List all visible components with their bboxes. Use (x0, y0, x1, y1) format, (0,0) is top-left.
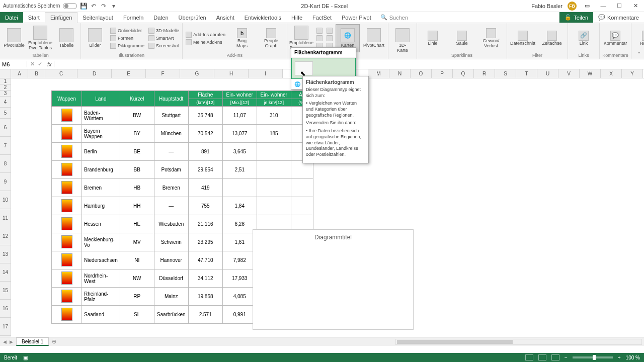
undo-icon[interactable]: ↶ (90, 3, 97, 10)
chart-type-1[interactable] (315, 27, 324, 34)
cell-hauptstadt[interactable]: Schwerin (154, 233, 188, 251)
cell-kuerzel[interactable]: MV (120, 233, 154, 251)
save-icon[interactable]: 💾 (80, 3, 87, 10)
link-button[interactable]: 🔗Link (570, 24, 597, 52)
cell-einwohner[interactable]: 3,645 (222, 143, 257, 161)
cell-hauptstadt[interactable]: Hannover (154, 251, 188, 269)
pivotchart-button[interactable]: PivotChart (362, 24, 386, 52)
cell-flaeche[interactable]: 2.571 (188, 306, 222, 324)
autosave-toggle[interactable] (63, 3, 77, 9)
cell-flaeche[interactable]: 891 (188, 143, 222, 161)
row-header[interactable]: 13 (0, 245, 11, 263)
ribbon-display-icon[interactable]: ▭ (582, 2, 593, 11)
pictures-button[interactable]: Bilder (83, 24, 107, 52)
3d-map-button[interactable]: 3D- Karte (390, 24, 415, 57)
row-header[interactable]: 4 (0, 97, 11, 108)
col-header[interactable]: R (474, 69, 495, 78)
cell-land[interactable]: Bayern Wappen (82, 125, 120, 143)
cell-kuerzel[interactable]: SL (120, 306, 154, 324)
select-all-corner[interactable] (0, 69, 11, 78)
col-header[interactable]: O (411, 69, 432, 78)
row-header[interactable]: 11 (0, 209, 11, 227)
shapes-button[interactable]: Formen (109, 35, 145, 42)
cell-wappen[interactable] (52, 179, 82, 197)
cell-wappen[interactable] (52, 288, 82, 306)
screenshot-button[interactable]: Screenshot (147, 42, 180, 49)
cell-au[interactable] (291, 179, 313, 197)
cell-einwohner[interactable]: 13,077 (222, 125, 257, 143)
cell-flaeche[interactable]: 47.710 (188, 251, 222, 269)
get-addins-button[interactable]: Add-Ins abrufen (185, 31, 226, 38)
chart-type-4[interactable] (326, 27, 334, 34)
cell-einwohner[interactable]: 2,51 (222, 161, 257, 179)
cell-einwohner-km[interactable] (257, 143, 291, 161)
cell-kuerzel[interactable]: NI (120, 251, 154, 269)
cell-kuerzel[interactable]: RP (120, 288, 154, 306)
cell-wappen[interactable] (52, 233, 82, 251)
col-header[interactable]: N (389, 69, 411, 78)
cell-hauptstadt[interactable]: — (154, 143, 188, 161)
cell-wappen[interactable] (52, 197, 82, 215)
sparkline-winloss-button[interactable]: Gewinn/ Verlust (477, 24, 505, 52)
tab-developer[interactable]: Entwicklertools (239, 12, 286, 23)
sheet-nav-prev-icon[interactable]: ◀ (3, 339, 7, 344)
cell-kuerzel[interactable]: NW (120, 269, 154, 288)
chart-type-5[interactable] (326, 35, 334, 42)
cell-wappen[interactable] (52, 107, 82, 125)
timeline-button[interactable]: Zeitachse (538, 24, 566, 52)
cell-kuerzel[interactable]: HH (120, 197, 154, 215)
view-pagelayout-icon[interactable] (538, 354, 546, 360)
col-header[interactable]: M (368, 69, 389, 78)
row-header[interactable]: 1 (0, 78, 11, 84)
cell-wappen[interactable] (52, 269, 82, 288)
cell-einwohner[interactable]: 17,933 (222, 269, 257, 288)
cell-einwohner[interactable]: 7,982 (222, 251, 257, 269)
tab-start[interactable]: Start (23, 12, 45, 23)
tab-file[interactable]: Datei (0, 12, 23, 23)
cell-wappen[interactable] (52, 143, 82, 161)
col-header[interactable]: Y (622, 69, 643, 78)
redo-icon[interactable]: ↷ (100, 3, 107, 10)
zoom-in-icon[interactable]: + (618, 355, 621, 360)
cell-au[interactable] (291, 161, 313, 179)
col-header[interactable]: P (432, 69, 453, 78)
zoom-value[interactable]: 100 % (626, 355, 640, 360)
cell-kuerzel[interactable]: BW (120, 107, 154, 125)
people-graph-button[interactable]: People Graph (258, 24, 285, 52)
cell-flaeche[interactable]: 70 542 (188, 125, 222, 143)
textbox-button[interactable]: ATextfeld (633, 24, 644, 52)
minimize-icon[interactable]: — (598, 2, 609, 11)
cell-land[interactable]: Rheinland-Pfalz (82, 288, 120, 306)
fx-icon[interactable]: fx (45, 61, 54, 67)
col-header[interactable]: F (146, 69, 180, 78)
cell-hauptstadt[interactable]: München (154, 125, 188, 143)
cell-einwohner[interactable]: 4,085 (222, 288, 257, 306)
add-sheet-button[interactable]: ⊕ (49, 338, 59, 345)
view-pagebreak-icon[interactable] (551, 354, 559, 360)
cell-einwohner[interactable] (222, 179, 257, 197)
accept-formula-icon[interactable]: ✓ (38, 61, 42, 67)
sheet-nav-next-icon[interactable]: ▶ (10, 339, 13, 344)
comments-button[interactable]: 💬 Kommentare (593, 12, 644, 23)
cell-kuerzel[interactable]: BB (120, 161, 154, 179)
tab-data[interactable]: Daten (148, 12, 173, 23)
col-header[interactable]: E (112, 69, 146, 78)
zoom-slider[interactable] (573, 356, 613, 358)
row-header[interactable]: 15 (0, 282, 11, 300)
col-header[interactable]: W (580, 69, 601, 78)
cell-wappen[interactable] (52, 306, 82, 324)
cell-land[interactable]: Mecklenburg-Vo (82, 233, 120, 251)
row-header[interactable]: 5 (0, 108, 11, 119)
tab-formulas[interactable]: Formeln (118, 12, 148, 23)
cell-land[interactable]: Hessen (82, 215, 120, 233)
cell-hauptstadt[interactable]: — (154, 197, 188, 215)
cell-flaeche[interactable]: 419 (188, 179, 222, 197)
cell-land[interactable]: Niedersachsen (82, 251, 120, 269)
cell-kuerzel[interactable]: BY (120, 125, 154, 143)
cell-einwohner-km[interactable] (257, 161, 291, 179)
cell-kuerzel[interactable]: BE (120, 143, 154, 161)
cell-land[interactable]: Berlin (82, 143, 120, 161)
row-header[interactable]: 6 (0, 119, 11, 137)
sparkline-line-button[interactable]: Linie (419, 24, 446, 52)
cell-hauptstadt[interactable]: Stuttgart (154, 107, 188, 125)
